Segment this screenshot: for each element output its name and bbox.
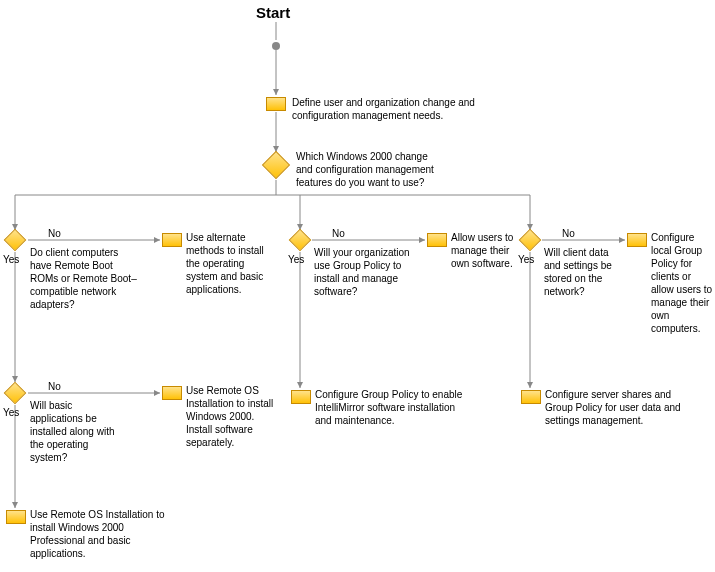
branch-c-q1-yes-node (521, 390, 541, 404)
branch-c-q1-no-label: No (562, 228, 575, 239)
branch-a-q2-no-text: Use Remote OS Installation to install Wi… (186, 384, 278, 449)
branch-b-q1-text: Will your organization use Group Policy … (314, 246, 416, 298)
start-label: Start (256, 4, 290, 21)
branch-a-q1-no-label: No (48, 228, 61, 239)
branch-a-q1-yes-label: Yes (3, 254, 19, 265)
branch-a-q1-no-node (162, 233, 182, 247)
branch-a-q2-no-label: No (48, 381, 61, 392)
branch-c-q1-yes-label: Yes (518, 254, 534, 265)
branch-a-q1-no-text: Use alternate methods to install the ope… (186, 231, 278, 296)
branch-b-q1-node (289, 229, 312, 252)
branch-a-q2-yes-node (6, 510, 26, 524)
step-define-needs-text: Define user and organization change and … (292, 96, 502, 122)
branch-a-q2-no-node (162, 386, 182, 400)
branch-a-q2-yes-text: Use Remote OS Installation to install Wi… (30, 508, 180, 560)
start-node (272, 42, 280, 50)
branch-b-q1-no-label: No (332, 228, 345, 239)
branch-a-q2-node (4, 382, 27, 405)
branch-b-q1-yes-text: Configure Group Policy to enable Intelli… (315, 388, 465, 427)
decision-main-node (262, 151, 290, 179)
branch-b-q1-no-node (427, 233, 447, 247)
branch-c-q1-yes-text: Configure server shares and Group Policy… (545, 388, 695, 427)
branch-c-q1-text: Will client data and settings be stored … (544, 246, 624, 298)
step-define-needs-node (266, 97, 286, 111)
branch-a-q2-text: Will basic applications be installed alo… (30, 399, 122, 464)
branch-a-q1-text: Do client computers have Remote Boot ROM… (30, 246, 140, 311)
branch-a-q2-yes-label: Yes (3, 407, 19, 418)
branch-c-q1-no-text: Configure local Group Policy for clients… (651, 231, 713, 335)
decision-main-text: Which Windows 2000 change and configurat… (296, 150, 436, 189)
branch-b-q1-yes-label: Yes (288, 254, 304, 265)
branch-a-q1-node (4, 229, 27, 252)
branch-b-q1-yes-node (291, 390, 311, 404)
branch-c-q1-no-node (627, 233, 647, 247)
